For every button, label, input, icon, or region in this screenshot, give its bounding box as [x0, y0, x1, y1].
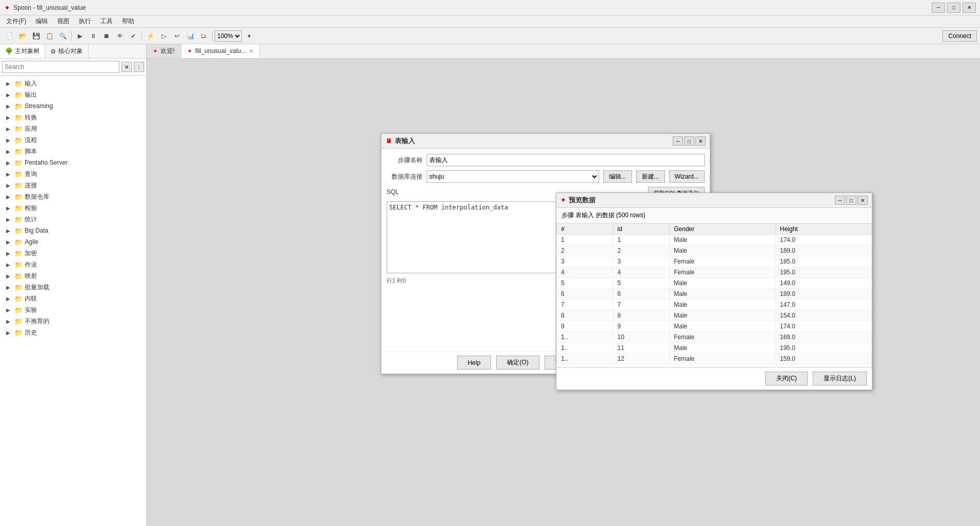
toolbar-run[interactable]: ▶ — [74, 30, 86, 42]
toolbar-explore[interactable]: 🔍 — [57, 30, 69, 42]
preview-controls: ─ □ ✕ — [835, 196, 868, 205]
step-name-input[interactable] — [427, 154, 705, 166]
dialog-close[interactable]: ✕ — [695, 136, 706, 146]
tree-item-experiment[interactable]: ▶ 📁 实验 — [0, 304, 146, 315]
preview-maximize[interactable]: □ — [846, 196, 856, 205]
preview-minimize[interactable]: ─ — [835, 196, 845, 205]
new-button[interactable]: 新建... — [636, 170, 665, 183]
folder-icon: 📁 — [14, 182, 23, 189]
folder-icon: 📁 — [14, 159, 23, 167]
folder-icon: 📁 — [14, 204, 23, 212]
tree-item-query[interactable]: ▶ 📁 查询 — [0, 168, 146, 180]
arrow-icon: ▶ — [6, 273, 12, 279]
db-conn-select[interactable]: shuju — [427, 170, 599, 183]
tree-item-output[interactable]: ▶ 📁 输出 — [0, 89, 146, 100]
menu-file[interactable]: 文件(F) — [2, 16, 30, 27]
menu-execute[interactable]: 执行 — [75, 16, 95, 27]
tree-item-streaming[interactable]: ▶ 📁 Streaming — [0, 100, 146, 112]
toolbar-btn8[interactable]: ↩ — [171, 30, 183, 42]
toolbar-check[interactable]: ✔ — [127, 30, 139, 42]
tree-item-inline[interactable]: ▶ 📁 内联 — [0, 293, 146, 304]
tree-item-agile[interactable]: ▶ 📁 Agile — [0, 236, 146, 248]
help-button[interactable]: Help — [457, 356, 492, 370]
search-options-button[interactable]: ⋮ — [134, 62, 144, 72]
folder-icon: 📁 — [14, 284, 23, 291]
toolbar-btn10[interactable]: 🗂 — [198, 30, 210, 42]
minimize-button[interactable]: ─ — [932, 3, 945, 13]
tab-welcome[interactable]: ✦ 欢迎! — [147, 44, 181, 58]
folder-icon: 📁 — [14, 193, 23, 201]
arrow-icon: ▶ — [6, 228, 12, 234]
wizard-button[interactable]: Wizard... — [669, 170, 705, 183]
tree-item-mapping[interactable]: ▶ 📁 映射 — [0, 270, 146, 282]
menu-edit[interactable]: 编辑 — [31, 16, 52, 27]
search-input[interactable] — [2, 61, 119, 73]
tree-item-flow[interactable]: ▶ 📁 流程 — [0, 134, 146, 146]
connect-button[interactable]: Connect — [942, 30, 977, 42]
folder-icon: 📁 — [14, 102, 23, 110]
folder-icon: 📁 — [14, 238, 23, 246]
tree-item-history[interactable]: ▶ 📁 历史 — [0, 327, 146, 338]
preview-close[interactable]: ✕ — [857, 196, 868, 205]
zoom-select[interactable]: 100% — [215, 30, 242, 42]
menu-help[interactable]: 帮助 — [118, 16, 138, 27]
content-tabs: ✦ 欢迎! ✦ fill_unusual_valu... ✕ — [147, 44, 980, 59]
close-preview-button[interactable]: 关闭(C) — [765, 372, 808, 385]
menu-bar: 文件(F) 编辑 视图 执行 工具 帮助 — [0, 15, 980, 28]
toolbar-btn6[interactable]: ⚡ — [144, 30, 156, 42]
tree-item-dw[interactable]: ▶ 📁 数据仓库 — [0, 191, 146, 202]
folder-icon: 📁 — [14, 329, 23, 337]
menu-tools[interactable]: 工具 — [96, 16, 117, 27]
toolbar-new[interactable]: 📄 — [3, 30, 15, 42]
show-log-button[interactable]: 显示日志(L) — [813, 372, 867, 385]
search-clear-button[interactable]: ✕ — [121, 62, 132, 72]
tab-main-objects[interactable]: 🌳 主对象树 — [0, 44, 45, 58]
tree-item-job[interactable]: ▶ 📁 作业 — [0, 259, 146, 270]
folder-icon: 📁 — [14, 148, 23, 155]
sql-label: SQL — [387, 188, 399, 196]
tree-item-transform[interactable]: ▶ 📁 转换 — [0, 112, 146, 123]
zoom-dropdown[interactable]: ▾ — [243, 30, 255, 42]
tree-item-bulk-load[interactable]: ▶ 📁 批量加载 — [0, 282, 146, 293]
toolbar-btn9[interactable]: 📊 — [184, 30, 197, 42]
close-button[interactable]: ✕ — [962, 3, 976, 13]
table-row: 88Male154.0 — [557, 310, 872, 321]
dialog-maximize[interactable]: □ — [684, 136, 694, 146]
arrow-icon: ▶ — [6, 217, 12, 222]
tree-item-script[interactable]: ▶ 📁 脚本 — [0, 146, 146, 157]
tree-item-connection[interactable]: ▶ 📁 连接 — [0, 180, 146, 191]
tree-item-input[interactable]: ▶ 📁 输入 — [0, 78, 146, 89]
edit-button[interactable]: 编辑... — [603, 170, 632, 183]
tab-close-button[interactable]: ✕ — [249, 48, 253, 54]
sidebar-tabs: 🌳 主对象树 ⚙ 核心对象 — [0, 44, 146, 59]
tab-fill-unusual[interactable]: ✦ fill_unusual_valu... ✕ — [181, 44, 260, 58]
menu-view[interactable]: 视图 — [53, 16, 74, 27]
maximize-button[interactable]: □ — [947, 3, 960, 13]
tree-item-stats[interactable]: ▶ 📁 统计 — [0, 214, 146, 225]
table-row: 1..11Male195.0 — [557, 343, 872, 354]
toolbar-save-as[interactable]: 📋 — [43, 30, 56, 42]
app-icon: ✦ — [4, 4, 10, 12]
canvas-area[interactable]: 🖥 表输入 ─ □ ✕ 步骤名称 — [147, 59, 980, 526]
tab-core-objects[interactable]: ⚙ 核心对象 — [45, 44, 89, 58]
toolbar-stop[interactable]: ⏹ — [100, 30, 113, 42]
toolbar-open[interactable]: 📂 — [16, 30, 29, 42]
toolbar-pause[interactable]: ⏸ — [87, 30, 99, 42]
toolbar-btn7[interactable]: ▷ — [157, 30, 170, 42]
tree-item-bigdata[interactable]: ▶ 📁 Big Data — [0, 225, 146, 236]
arrow-icon: ▶ — [6, 251, 12, 256]
tree-item-pentaho[interactable]: ▶ 📁 Pentaho Server — [0, 157, 146, 168]
toolbar-save[interactable]: 💾 — [30, 30, 42, 42]
arrow-icon: ▶ — [6, 115, 12, 120]
tree-item-encrypt[interactable]: ▶ 📁 加密 — [0, 248, 146, 259]
tree-item-deprecated[interactable]: ▶ 📁 不推荐的 — [0, 315, 146, 327]
tree-item-check[interactable]: ▶ 📁 检验 — [0, 202, 146, 214]
toolbar-preview[interactable]: 👁 — [114, 30, 126, 42]
tree-item-apply[interactable]: ▶ 📁 应用 — [0, 123, 146, 134]
table-row: 55Male149.0 — [557, 278, 872, 289]
dialog-minimize[interactable]: ─ — [673, 136, 683, 146]
table-row: 22Male189.0 — [557, 246, 872, 256]
preview-table-wrapper[interactable]: # id Gender Height 11Male174.022Male189.… — [556, 223, 872, 367]
ok-button[interactable]: 确定(O) — [496, 356, 539, 370]
db-conn-label: 数据库连接 — [387, 172, 423, 181]
